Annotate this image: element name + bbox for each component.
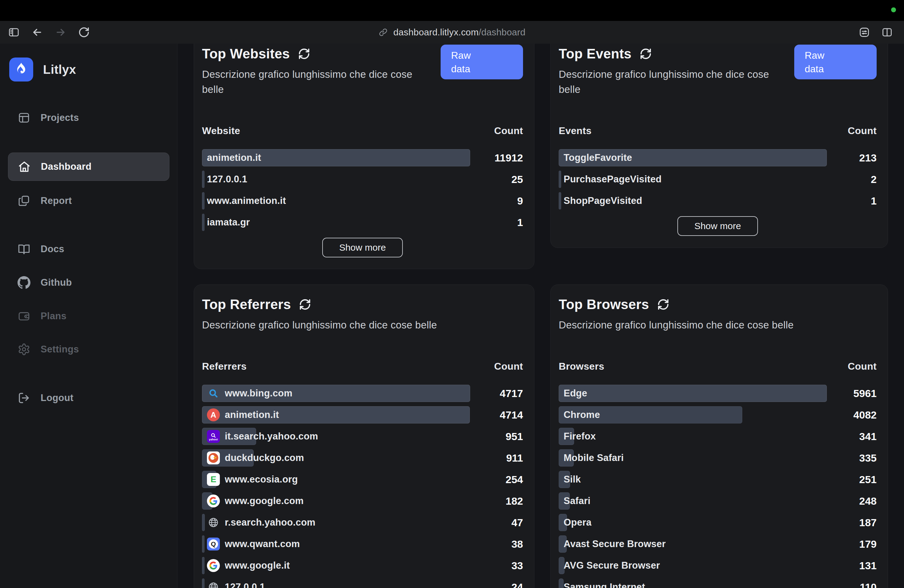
yahoo-favicon-icon: yahoo!: [207, 430, 220, 443]
sidebar-item-plans[interactable]: Plans: [8, 306, 169, 326]
column-label: Website: [202, 125, 240, 136]
row-count: 179: [859, 536, 877, 553]
forward-icon[interactable]: [54, 25, 68, 40]
count-column-label: Count: [848, 361, 877, 372]
sidebar-item-logout[interactable]: Logout: [8, 388, 169, 408]
dashboard-content: Top WebsitesDescrizione grafico lunghiss…: [177, 44, 904, 588]
row-content: Qwww.qwant.com: [202, 536, 300, 553]
table-row: Edge5961: [559, 385, 877, 402]
github-icon: [17, 276, 31, 289]
status-dot: [891, 7, 896, 12]
sidebar-item-settings[interactable]: Settings: [8, 340, 169, 359]
row-content: yahoo!it.search.yahoo.com: [202, 428, 318, 445]
row-count: 1: [517, 214, 523, 231]
row-content: www.bing.com: [202, 385, 292, 402]
sidebar-item-report[interactable]: Report: [8, 191, 169, 211]
sidebar-item-label: Dashboard: [41, 161, 92, 172]
row-content: 127.0.0.1: [202, 579, 265, 588]
table-row: Chrome4082: [559, 406, 877, 424]
globe-favicon-icon: [207, 516, 220, 529]
top-events-title: Top Events: [559, 46, 632, 62]
row-content: Samsung Internet: [559, 579, 645, 588]
row-label: r.search.yahoo.com: [225, 517, 316, 528]
row-count: 213: [859, 149, 877, 166]
table-row: Firefox341: [559, 428, 877, 445]
card-description: Descrizione grafico lunghissimo che dice…: [202, 318, 523, 332]
row-count: 4717: [499, 385, 523, 402]
bing-search-favicon-icon: [207, 387, 220, 400]
row-content: 127.0.0.1: [202, 171, 247, 188]
row-content: animetion.it: [202, 149, 261, 166]
row-label: PurchasePageVisited: [564, 174, 662, 185]
row-content: www.animetion.it: [202, 192, 286, 209]
table-row: Aanimetion.it4714: [202, 406, 523, 424]
row-label: Edge: [564, 388, 587, 399]
split-view-icon[interactable]: [880, 25, 894, 40]
wallet-icon: [17, 309, 31, 323]
row-content: ShopPageVisited: [559, 192, 642, 209]
refresh-icon[interactable]: [657, 298, 669, 311]
row-label: AVG Secure Browser: [564, 560, 660, 571]
link-icon: [379, 28, 388, 37]
row-count: 1: [871, 192, 877, 209]
table-row: Samsung Internet110: [559, 579, 877, 588]
row-count: 911: [506, 449, 523, 466]
card-description: Descrizione grafico lunghissimo che dice…: [559, 318, 877, 332]
table-row: animetion.it11912: [202, 149, 523, 166]
row-label: duckduckgo.com: [225, 452, 304, 463]
raw-data-button[interactable]: Raw data: [794, 44, 877, 79]
show-more-button[interactable]: Show more: [677, 216, 758, 236]
sidebar: Litlyx ProjectsDashboardReportDocsGithub…: [0, 44, 177, 588]
table-row: r.search.yahoo.com47: [202, 514, 523, 531]
sidebar-item-docs[interactable]: Docs: [8, 239, 169, 259]
card-top-browsers: Top BrowsersDescrizione grafico lunghiss…: [550, 285, 888, 588]
row-count: 248: [859, 492, 877, 510]
row-count: 11912: [495, 149, 523, 166]
row-label: animetion.it: [225, 409, 279, 420]
row-count: 33: [511, 557, 523, 574]
row-count: 38: [511, 536, 523, 553]
row-count: 4082: [853, 406, 877, 424]
globe-favicon-icon: [207, 581, 220, 588]
reload-icon[interactable]: [77, 25, 91, 40]
sidebar-item-projects[interactable]: Projects: [8, 108, 169, 128]
browser-titlebar: [0, 0, 904, 21]
table-row: www.animetion.it9: [202, 192, 523, 209]
table-header: EventsCount: [559, 125, 877, 137]
raw-data-button[interactable]: Raw data: [441, 44, 523, 79]
sidebar-item-github[interactable]: Github: [8, 273, 169, 292]
sidebar-item-dashboard[interactable]: Dashboard: [8, 153, 169, 181]
row-label: iamata.gr: [207, 217, 250, 228]
table-row: Mobile Safari335: [559, 449, 877, 466]
card-description: Descrizione grafico lunghissimo che dice…: [559, 67, 788, 97]
row-label: Chrome: [564, 409, 600, 420]
row-content: Chrome: [559, 406, 600, 424]
row-count: 24: [511, 579, 523, 588]
row-content: PurchasePageVisited: [559, 171, 662, 188]
google-favicon-icon: [207, 495, 220, 507]
table-row: Avast Secure Browser179: [559, 536, 877, 553]
filters-icon[interactable]: [857, 25, 871, 40]
row-count: 251: [859, 471, 877, 488]
row-label: www.bing.com: [225, 388, 292, 399]
row-content: Edge: [559, 385, 587, 402]
table-row: www.bing.com4717: [202, 385, 523, 402]
row-label: Mobile Safari: [564, 452, 624, 463]
show-more-button[interactable]: Show more: [322, 238, 403, 258]
refresh-icon[interactable]: [298, 47, 310, 60]
sidebar-toggle-icon[interactable]: [7, 25, 21, 40]
row-content: duckduckgo.com: [202, 449, 304, 466]
row-count: 335: [859, 449, 877, 466]
table-row: Silk251: [559, 471, 877, 488]
url-bar[interactable]: dashboard.litlyx.com/dashboard: [379, 21, 525, 44]
sidebar-item-label: Projects: [41, 112, 79, 123]
card-top-events: Top EventsDescrizione grafico lunghissim…: [550, 34, 888, 248]
row-label: 127.0.0.1: [207, 174, 247, 185]
back-icon[interactable]: [30, 25, 44, 40]
row-label: www.ecosia.org: [225, 474, 298, 485]
row-content: iamata.gr: [202, 214, 250, 231]
table-row: www.google.it33: [202, 557, 523, 574]
refresh-icon[interactable]: [299, 298, 311, 311]
table-row: AVG Secure Browser131: [559, 557, 877, 574]
refresh-icon[interactable]: [640, 47, 652, 60]
